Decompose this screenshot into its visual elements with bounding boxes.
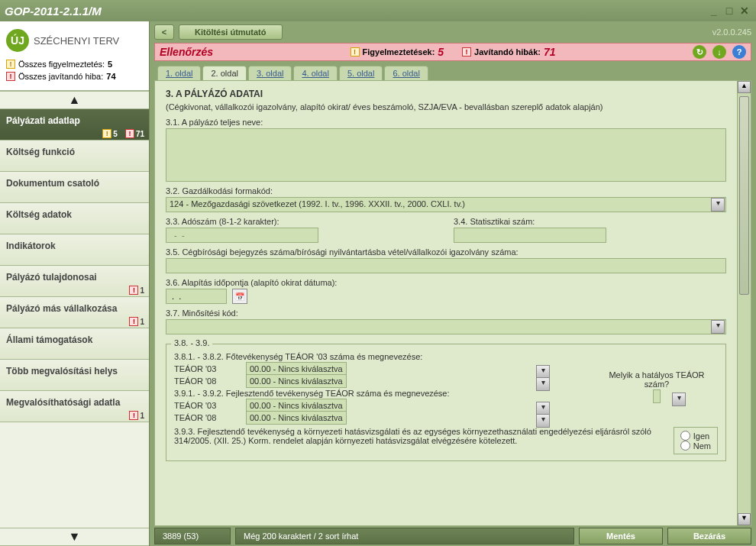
- page-tabs: 1. oldal2. oldal3. oldal4. oldal5. oldal…: [150, 61, 756, 80]
- input-tax-number[interactable]: [166, 228, 318, 243]
- nav-err-badge: !1: [129, 411, 144, 420]
- label-teaor03b: TEÁOR '03: [174, 401, 235, 410]
- errors-count: 71: [544, 46, 556, 58]
- label-35: 3.5. Cégbírósági bejegyzés száma/bíróság…: [166, 247, 726, 257]
- tab-page-4[interactable]: 4. oldal: [293, 66, 337, 80]
- scroll-up-button[interactable]: ▲: [738, 81, 751, 93]
- refresh-icon[interactable]: ↻: [693, 45, 706, 59]
- status-char-info: Még 200 karaktert / 2 sort írhat: [235, 528, 574, 544]
- sidebar-item-3[interactable]: Költség adatok: [0, 203, 149, 234]
- total-errors-count: 74: [106, 72, 115, 81]
- form-content: 3. A PÁLYÁZÓ ADATAI (Cégkivonat, vállalk…: [155, 81, 737, 525]
- label-teaor08b: TEÁOR '08: [174, 413, 235, 422]
- sidebar-item-2[interactable]: Dokumentum csatoló: [0, 172, 149, 203]
- tab-page-2[interactable]: 2. oldal: [202, 66, 246, 80]
- select-qualification-code[interactable]: [166, 319, 726, 334]
- label-34: 3.4. Statisztikai szám:: [454, 217, 726, 226]
- select-valid-teaor[interactable]: [653, 389, 661, 403]
- sidebar-item-0[interactable]: Pályázati adatlap!5!71: [0, 109, 149, 141]
- sidebar-item-8[interactable]: Több megvalósítási helys: [0, 360, 149, 391]
- content-scrollbar[interactable]: ▲ ▼: [737, 81, 751, 525]
- total-warnings-count: 5: [108, 60, 112, 69]
- scroll-thumb[interactable]: [739, 96, 749, 295]
- warnings-count: 5: [438, 46, 444, 58]
- error-icon: !: [6, 72, 15, 81]
- guide-button[interactable]: Kitöltési útmutató: [179, 24, 283, 40]
- statusbar: 3889 (53) Még 200 karaktert / 2 sort írh…: [150, 526, 756, 546]
- label-393: 3.9.3. Fejlesztendő tevékenység a környe…: [174, 427, 666, 454]
- calendar-icon[interactable]: 📅: [232, 289, 247, 304]
- warning-icon: !: [6, 60, 15, 69]
- nav-err-badge: !1: [129, 317, 144, 326]
- logo-text: SZÉCHENYI TERV: [34, 35, 119, 47]
- sidebar-item-6[interactable]: Pályázó más vállalkozása!1: [0, 297, 149, 328]
- nav-err-badge: !1: [129, 286, 144, 295]
- label-teaor03: TEÁOR '03: [174, 364, 235, 373]
- select-legal-form[interactable]: 124 - Mezőgazdasági szövetkezet (1992. I…: [166, 197, 726, 212]
- label-teaor08: TEÁOR '08: [174, 376, 235, 386]
- download-icon[interactable]: ↓: [712, 45, 726, 59]
- radio-igen[interactable]: [680, 431, 690, 441]
- error-icon: !: [462, 47, 471, 57]
- label-381: 3.8.1. - 3.8.2. Főtevékenység TEÁOR '03 …: [174, 352, 718, 361]
- select-main-teaor08[interactable]: 00.00 - Nincs kiválasztva: [246, 374, 347, 388]
- help-icon[interactable]: ?: [732, 45, 746, 59]
- validation-title: Ellenőrzés: [160, 46, 213, 58]
- radio-group-393: Igen Nem: [674, 427, 718, 454]
- status-left: 3889 (53): [154, 528, 231, 544]
- sidebar: ÚJ SZÉCHENYI TERV ! Összes figyelmezteté…: [0, 21, 150, 546]
- label-32: 3.2. Gazdálkodási formakód:: [166, 186, 726, 195]
- validation-bar: Ellenőrzés ! Figyelmeztetések: 5 ! Javít…: [154, 43, 751, 61]
- section-title: 3. A PÁLYÁZÓ ADATAI: [166, 89, 726, 99]
- nav-list: Pályázati adatlap!5!71Költség funkcióDok…: [0, 109, 149, 422]
- tab-page-1[interactable]: 1. oldal: [157, 66, 201, 80]
- input-stat-number[interactable]: [454, 228, 606, 243]
- section-subtitle: (Cégkivonat, vállalkozói igazolvány, ala…: [166, 102, 726, 111]
- logo-icon: ÚJ: [6, 29, 29, 52]
- toolbar: < Kitöltési útmutató v2.0.0.245: [150, 21, 756, 43]
- nav-warn-badge: !5: [102, 129, 118, 138]
- total-errors-label: Összes javítandó hiba:: [18, 72, 103, 81]
- maximize-button[interactable]: □: [722, 4, 736, 18]
- warnings-label: Figyelmeztetések:: [363, 47, 435, 57]
- sidebar-item-5[interactable]: Pályázó tulajdonosai!1: [0, 266, 149, 297]
- label-31: 3.1. A pályázó teljes neve:: [166, 118, 726, 127]
- warning-icon: !: [351, 47, 360, 57]
- tab-page-3[interactable]: 3. oldal: [248, 66, 292, 80]
- logo-box: ÚJ SZÉCHENYI TERV ! Összes figyelmezteté…: [0, 21, 149, 91]
- titlebar: GOP-2011-2.1.1/M _ □ ✕: [0, 0, 756, 21]
- input-applicant-name[interactable]: [166, 128, 726, 182]
- version-label: v2.0.0.245: [712, 27, 751, 37]
- nav-err-badge: !71: [125, 129, 144, 138]
- minimize-button[interactable]: _: [707, 4, 721, 18]
- nav-scroll-down[interactable]: ▼: [0, 528, 149, 546]
- app-title: GOP-2011-2.1.1/M: [5, 5, 706, 18]
- input-registration-number[interactable]: [166, 258, 726, 273]
- back-button[interactable]: <: [154, 24, 174, 40]
- sidebar-item-4[interactable]: Indikátorok: [0, 234, 149, 266]
- label-33: 3.3. Adószám (8-1-2 karakter):: [166, 217, 438, 226]
- scroll-down-button[interactable]: ▼: [738, 513, 751, 525]
- fieldset-legend: 3.8. - 3.9.: [171, 338, 212, 347]
- nav-scroll-up[interactable]: ▲: [0, 91, 149, 109]
- sidebar-item-9[interactable]: Megvalósíthatósági adatla!1: [0, 391, 149, 422]
- label-36: 3.6. Alapítás időpontja (alapító okirat …: [166, 278, 726, 287]
- sidebar-item-1[interactable]: Költség funkció: [0, 141, 149, 172]
- total-warnings-label: Összes figyelmeztetés:: [18, 60, 105, 69]
- tab-page-6[interactable]: 6. oldal: [384, 66, 428, 80]
- label-valid-teaor: Melyik a hatályos TEÁOR szám?: [596, 370, 718, 389]
- select-dev-teaor08[interactable]: 00.00 - Nincs kiválasztva: [246, 411, 347, 425]
- close-button[interactable]: ✕: [738, 4, 751, 18]
- errors-label: Javítandó hibák:: [474, 47, 541, 57]
- sidebar-item-7[interactable]: Állami támogatások: [0, 328, 149, 360]
- label-37: 3.7. Minősítési kód:: [166, 309, 726, 318]
- close-button-footer[interactable]: Bezárás: [667, 528, 751, 544]
- radio-nem[interactable]: [680, 441, 690, 451]
- save-button[interactable]: Mentés: [579, 528, 663, 544]
- input-founding-date[interactable]: [166, 289, 227, 304]
- tab-page-5[interactable]: 5. oldal: [339, 66, 383, 80]
